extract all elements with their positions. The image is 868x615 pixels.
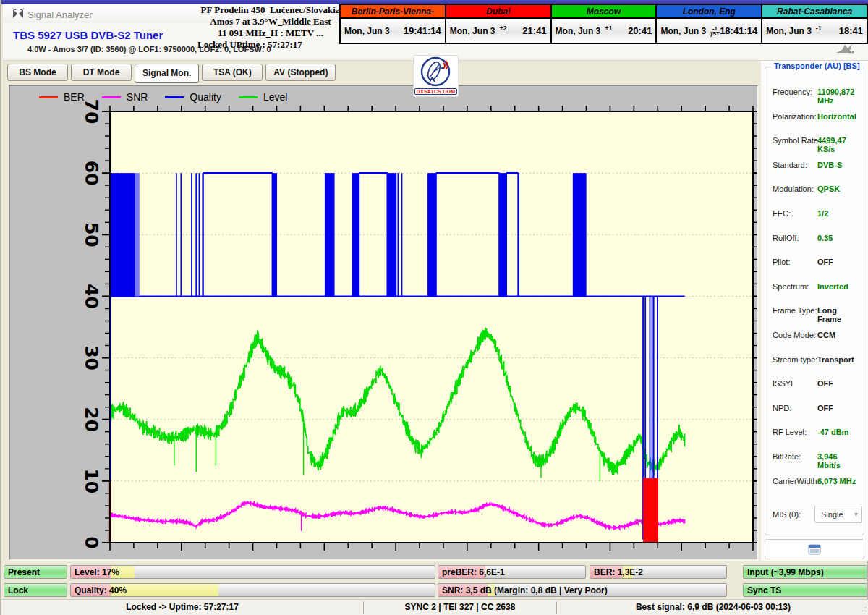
transponder-row: BitRate:3,946 Mbit/s [773, 452, 859, 461]
meter-ber: BER: 1,3E-2 [590, 565, 727, 579]
clock-time-row: Mon, Jun 3+120:41 [552, 19, 656, 43]
clock-time-row: Mon, Jun 3+221:41 [446, 19, 550, 43]
chevron-down-icon: ▾ [854, 506, 858, 522]
transponder-sidebar: Transponder (AU) [BS] Frequency:11090,87… [761, 61, 868, 561]
transponder-value: 6,073 MHz [817, 477, 856, 485]
clock-time: 21:41 [522, 25, 546, 36]
transponder-value: QPSK [817, 184, 840, 193]
transponder-label: CarrierWidth: [773, 477, 820, 485]
transponder-value: 3,946 Mbit/s [817, 452, 859, 470]
transponder-groupbox: Transponder (AU) [BS] Frequency:11090,87… [765, 67, 864, 535]
clock-date: Mon, Jun 3 [450, 26, 495, 36]
clock-time-row: Mon, Jun 319:41:14 [341, 19, 445, 43]
svg-text:50: 50 [81, 222, 102, 247]
meter-label: BER: 1,3E-2 [594, 567, 643, 577]
transponder-row: Code Mode:CCM [773, 331, 859, 339]
transponder-label: Stream type: [773, 355, 817, 364]
transponder-row: Polarization:Horizontal [773, 112, 859, 121]
clock-cell: London, EngMon, Jun 3-1)ST18:41:14 [657, 5, 762, 43]
svg-text:20: 20 [81, 407, 102, 432]
meter-label: Lock [8, 585, 28, 595]
clock-cell: Rabat-CasablancaMon, Jun 3-118:41 [762, 5, 867, 43]
clock-city: Dubai [446, 5, 550, 19]
transponder-label: Symbol Rate: [773, 136, 820, 145]
transponder-label: Frequency: [773, 88, 812, 96]
tab-signal-mon[interactable]: Signal Mon. [135, 64, 199, 83]
transponder-label: NPD: [773, 404, 791, 412]
transponder-row: CarrierWidth:6,073 MHz [773, 477, 859, 485]
meter-present: Present [4, 565, 67, 579]
transponder-row: FEC:1/2 [773, 209, 859, 218]
transponder-label: RF Level: [773, 428, 807, 436]
transponder-value: Transport [817, 355, 854, 364]
transponder-value: 1/2 [817, 209, 828, 218]
mis-row: MIS (0): Single ▾ [773, 510, 861, 519]
clock-utc-offset: +2 [499, 25, 506, 32]
transponder-value: -47 dBm [817, 428, 848, 436]
meter-level: Level: 17% [70, 565, 435, 579]
meter-label: Quality: 40% [75, 585, 127, 595]
transponder-row: Frame Type:Long Frame [773, 306, 859, 315]
site-info-block: PF Prodelin 450_Lučenec/SlovakiaAmos 7 a… [195, 4, 346, 51]
svg-text:40: 40 [81, 284, 102, 309]
transponder-value: 0.35 [817, 234, 833, 242]
corner-hand-icon [833, 41, 855, 59]
tab-dt-mode[interactable]: DT Mode [71, 64, 132, 81]
transponder-row: Standard:DVB-S [773, 161, 859, 169]
transponder-label: Pilot: [773, 258, 790, 266]
dxsatcs-logo: DXSATCS.COM [413, 55, 459, 97]
transponder-label: ISSYI [773, 379, 793, 388]
transponder-label: Modulation: [773, 184, 814, 193]
transponder-label: BitRate: [773, 452, 801, 461]
signal-plot: 010203040506070 [10, 86, 757, 559]
svg-text:0: 0 [81, 536, 102, 548]
transponder-row: ISSYIOFF [773, 379, 859, 388]
mis-select[interactable]: Single ▾ [814, 506, 862, 523]
meter-snr: SNR: 3,5 dB (Margin: 0,8 dB | Very Poor) [438, 583, 727, 597]
clock-utc-offset: -1 [816, 25, 822, 32]
transponder-row: RF Level:-47 dBm [773, 428, 859, 436]
signal-analyzer-window: Signal Analyzer TBS 5927 USB DVB-S2 Tune… [0, 0, 868, 615]
stream-list-button[interactable] [765, 539, 864, 559]
transponder-row: Symbol Rate:4499,47 KS/s [773, 136, 859, 145]
clock-cell: DubaiMon, Jun 3+221:41 [446, 5, 552, 43]
transponder-row: Stream type:Transport [773, 355, 859, 364]
transponder-value: OFF [817, 258, 833, 266]
resize-grip[interactable]: .: [861, 604, 867, 613]
tab-bs-mode[interactable]: BS Mode [7, 64, 68, 81]
transponder-value: OFF [817, 404, 833, 412]
transponder-value: Horizontal [817, 112, 856, 121]
transponder-value: DVB-S [817, 161, 842, 169]
transponder-label: RollOff: [773, 234, 799, 242]
site-info-line: PF Prodelin 450_Lučenec/Slovakia [195, 4, 346, 16]
mis-label: MIS (0): [773, 510, 801, 519]
site-info-line: Amos 7 at 3.9°W_Middle East [195, 16, 346, 27]
transponder-row: Modulation:QPSK [773, 184, 859, 193]
mode-tabs: BS ModeDT ModeSignal Mon.TSA (OK)AV (Sto… [7, 64, 336, 82]
svg-text:60: 60 [81, 161, 102, 186]
clock-time: 19:41:14 [404, 25, 441, 36]
clock-date: Mon, Jun 3 [660, 26, 706, 36]
transponder-row: Pilot:OFF [773, 258, 859, 266]
clock-city: Rabat-Casablanca [762, 5, 867, 19]
signal-chart-widget: BERSNRQualityLevel 010203040506070 [9, 85, 759, 561]
svg-text:30: 30 [81, 345, 102, 370]
statusbar-lock-uptime: Locked -> Uptime: 57:27:17 [1, 600, 363, 615]
mis-value: Single [821, 510, 843, 519]
transponder-label: Frame Type: [773, 306, 817, 315]
list-panel-icon [808, 544, 821, 555]
transponder-title: Transponder (AU) [BS] [771, 62, 863, 70]
meter-label: Input (~3,99 Mbps) [747, 567, 824, 577]
meter-lock: Lock [4, 583, 67, 597]
meter-label: SNR: 3,5 dB (Margin: 0,8 dB | Very Poor) [442, 585, 608, 595]
world-clocks: Berlin-Paris-Vienna-RomaMon, Jun 319:41:… [339, 4, 868, 44]
transponder-label: FEC: [773, 209, 791, 218]
transponder-row: RollOff:0.35 [773, 234, 859, 242]
tab-tsa-ok[interactable]: TSA (OK) [202, 64, 263, 81]
site-info-line: Locked UPtime : 57:27:17 [195, 39, 346, 51]
svg-text:10: 10 [81, 468, 102, 493]
clock-time-row: Mon, Jun 3-1)ST18:41:14 [657, 19, 761, 43]
clock-time: 18:41 [839, 25, 863, 36]
meter-label: preBER: 6,6E-1 [442, 567, 505, 577]
tab-av-stopped[interactable]: AV (Stopped) [265, 64, 336, 81]
